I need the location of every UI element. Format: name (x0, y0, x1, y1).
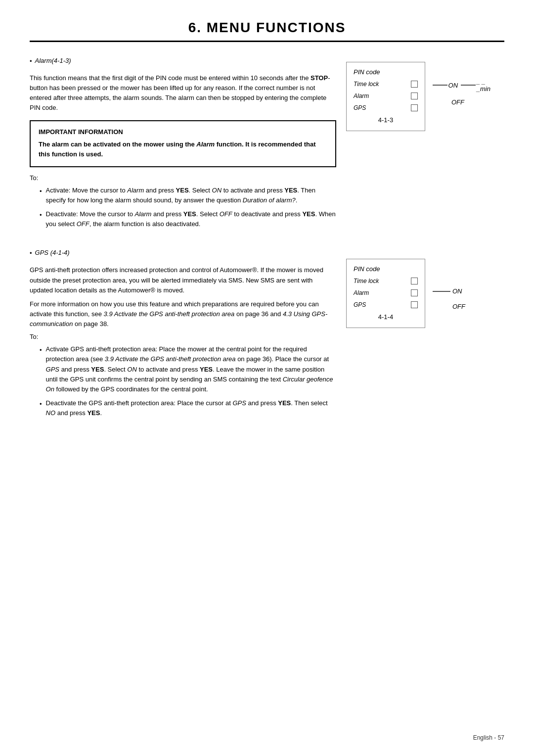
gps-sub-bullet-1: • (40, 345, 42, 394)
off-label-1: OFF (451, 98, 464, 106)
alarm-bullet-2-text: Deactivate: Move the cursor to Alarm and… (46, 209, 336, 229)
diagram2-wrapper: PIN code Time lock Alarm GPS 4-1-4 (346, 259, 480, 328)
gps-bullet-1-text: Activate GPS anti-theft protection area:… (46, 344, 336, 394)
important-box: IMPORTANT INFORMATION The alarm can be a… (30, 120, 336, 167)
page-title: 6. MENU FUNCTIONS (30, 20, 504, 42)
section1-left: • Alarm(4-1-3) This function means that … (30, 57, 336, 234)
bullet-dot-gps: • (30, 249, 32, 260)
alarm-bullet-2: • Deactivate: Move the cursor to Alarm a… (40, 209, 336, 229)
page: 6. MENU FUNCTIONS • Alarm(4-1-3) This fu… (0, 0, 534, 756)
off-label-2: OFF (452, 303, 465, 310)
alarm-label-1: Alarm (354, 93, 369, 99)
gps-body2: For more information on how you use this… (30, 299, 336, 329)
gps-bullet-2: • Deactivate the GPS anti-theft protecti… (40, 398, 336, 418)
gps-bullet-1: • Activate GPS anti-theft protection are… (40, 344, 336, 394)
important-title: IMPORTANT INFORMATION (39, 128, 327, 136)
alarm-row-2: Alarm (354, 289, 418, 296)
time-lock-row-2: Time lock (354, 278, 418, 284)
to-label-1: To: (30, 174, 336, 182)
gps-row-2: GPS (354, 301, 418, 308)
sub-bullet-1: • (40, 187, 42, 205)
on-label-1: ON (448, 82, 458, 89)
alarm-checkbox-1 (411, 93, 418, 99)
alarm-checkbox-2 (411, 289, 418, 296)
alarm-bullet-1: • Activate: Move the cursor to Alarm and… (40, 186, 336, 205)
diagram1-number: 4-1-3 (354, 116, 418, 124)
on-row: ON _ _ _min (433, 78, 497, 93)
important-body: The alarm can be activated on the mower … (39, 140, 327, 159)
gps-checkbox-2 (411, 301, 418, 308)
off-row-2: OFF (433, 303, 465, 310)
gps-heading-row: • GPS (4-1-4) (30, 249, 336, 260)
to-label-2: To: (30, 333, 336, 340)
on-off-panel-1: ON _ _ _min OFF (433, 78, 497, 106)
alarm-heading: Alarm(4-1-3) (35, 57, 71, 64)
alarm-bullet-1-text: Activate: Move the cursor to Alarm and p… (46, 186, 336, 205)
section1-block: • Alarm(4-1-3) This function means that … (30, 57, 504, 234)
sub-bullet-2: • (40, 210, 42, 229)
pin-code-label-1: PIN code (354, 68, 418, 76)
min-connector (461, 85, 476, 86)
pin-box-1: PIN code Time lock Alarm GPS 4-1-3 (346, 62, 425, 131)
alarm-row-1: Alarm (354, 93, 418, 99)
section2-left: • GPS (4-1-4) GPS anti-theft protection … (30, 249, 336, 423)
gps-label-2: GPS (354, 301, 366, 308)
gps-row-1: GPS (354, 104, 418, 111)
diagram2-col: PIN code Time lock Alarm GPS 4-1-4 (346, 249, 504, 328)
on-connector (433, 85, 447, 86)
on-off-panel-2: ON OFF (433, 287, 465, 310)
bullet-dot-alarm: • (30, 57, 32, 68)
gps-bullet-2-text: Deactivate the GPS anti-theft protection… (46, 398, 336, 418)
min-label-1: _ _ _min (477, 78, 497, 93)
pin-box-2: PIN code Time lock Alarm GPS 4-1-4 (346, 259, 425, 328)
time-lock-row-1: Time lock (354, 81, 418, 88)
gps-heading: GPS (4-1-4) (35, 249, 70, 256)
gps-label-1: GPS (354, 104, 366, 111)
pin-code-label-2: PIN code (354, 265, 418, 273)
gps-bullets: • Activate GPS anti-theft protection are… (40, 344, 336, 418)
section2-block: • GPS (4-1-4) GPS anti-theft protection … (30, 249, 504, 423)
alarm-heading-row: • Alarm(4-1-3) (30, 57, 336, 68)
time-lock-label-1: Time lock (354, 81, 379, 88)
alarm-label-2: Alarm (354, 289, 369, 296)
on-label-2: ON (452, 287, 462, 295)
alarm-bullets: • Activate: Move the cursor to Alarm and… (40, 186, 336, 230)
diagram2-number: 4-1-4 (354, 313, 418, 321)
page-footer: English - 57 (473, 734, 504, 741)
time-lock-checkbox-2 (411, 278, 418, 284)
on-row-2: ON (433, 287, 465, 295)
gps-body1: GPS anti-theft protection offers increas… (30, 265, 336, 295)
time-lock-label-2: Time lock (354, 278, 379, 284)
on-connector-2 (433, 291, 450, 292)
time-lock-checkbox-1 (411, 81, 418, 88)
gps-sub-bullet-2: • (40, 399, 42, 418)
off-row: OFF (433, 98, 497, 106)
alarm-body1: This function means that the first digit… (30, 73, 336, 113)
diagram1-wrapper: PIN code Time lock Alarm GPS 4-1-3 (346, 62, 480, 131)
diagram1-col: PIN code Time lock Alarm GPS 4-1-3 (346, 57, 504, 131)
gps-checkbox-1 (411, 104, 418, 111)
